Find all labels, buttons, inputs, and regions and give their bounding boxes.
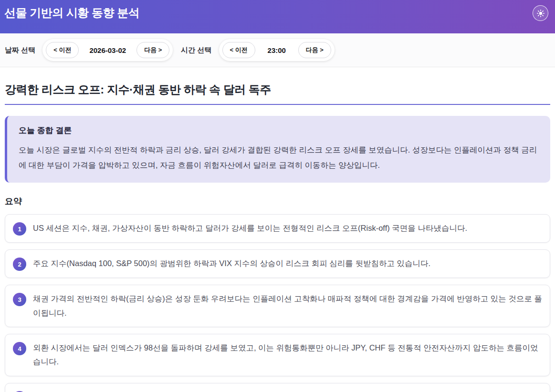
summary-list: 1 US 세션은 지수, 채권, 가상자산이 동반 하락하고 달러가 강세를 보…: [5, 214, 550, 392]
item-number-badge: 3: [13, 293, 26, 306]
summary-item-5: 5 전반적으로 펀더멘털 수급 요인보다는 리스크 회피에 따른 포지션 청산과…: [5, 383, 550, 392]
item-number-badge: 2: [13, 258, 26, 271]
page-title: 선물 기반의 시황 동향 분석: [4, 5, 139, 21]
date-time-toolbar: 날짜 선택 < 이전 2026-03-02 다음 > 시간 선택 < 이전 23…: [0, 33, 555, 67]
conclusion-body: 오늘 시장은 글로벌 지수의 전반적 하락과 금리 상승, 달러 강세가 결합된…: [19, 142, 540, 173]
report-headline: 강력한 리스크 오프: 지수·채권 동반 하락 속 달러 독주: [5, 82, 550, 105]
date-value: 2026-03-02: [79, 46, 136, 54]
date-prev-button[interactable]: < 이전: [46, 42, 79, 58]
summary-item-3: 3 채권 가격의 전반적인 하락(금리 상승)은 성장 둔화 우려보다는 인플레…: [5, 285, 550, 327]
summary-item-text: 전반적으로 펀더멘털 수급 요인보다는 리스크 회피에 따른 포지션 청산과 달…: [33, 390, 482, 392]
date-selector: < 이전 2026-03-02 다음 >: [42, 39, 173, 61]
theme-toggle-button[interactable]: [533, 5, 548, 21]
report-content: 강력한 리스크 오프: 지수·채권 동반 하락 속 달러 독주 오늘 종합 결론…: [0, 82, 555, 392]
conclusion-box: 오늘 종합 결론 오늘 시장은 글로벌 지수의 전반적 하락과 금리 상승, 달…: [5, 116, 550, 183]
summary-item-1: 1 US 세션은 지수, 채권, 가상자산이 동반 하락하고 달러가 강세를 보…: [5, 214, 550, 243]
summary-item-2: 2 주요 지수(Nasdaq 100, S&P 500)의 광범위한 하락과 V…: [5, 249, 550, 278]
summary-section-title: 요약: [5, 196, 550, 207]
conclusion-title: 오늘 종합 결론: [19, 125, 540, 136]
app-header: 선물 기반의 시황 동향 분석: [0, 0, 555, 33]
item-number-badge: 1: [13, 222, 26, 236]
summary-item-text: 채권 가격의 전반적인 하락(금리 상승)은 성장 둔화 우려보다는 인플레이션…: [33, 292, 542, 320]
item-number-badge: 4: [13, 342, 26, 355]
summary-item-4: 4 외환 시장에서는 달러 인덱스가 98선을 돌파하며 강세를 보였고, 이는…: [5, 334, 550, 376]
time-selector: < 이전 23:00 다음 >: [219, 39, 335, 61]
sun-icon: [537, 10, 545, 17]
time-value: 23:00: [255, 46, 298, 54]
time-next-button[interactable]: 다음 >: [298, 42, 331, 58]
summary-item-text: 주요 지수(Nasdaq 100, S&P 500)의 광범위한 하락과 VIX…: [33, 257, 430, 270]
time-prev-button[interactable]: < 이전: [222, 42, 255, 58]
time-select-label: 시간 선택: [181, 46, 211, 55]
date-next-button[interactable]: 다음 >: [136, 42, 169, 58]
summary-item-text: US 세션은 지수, 채권, 가상자산이 동반 하락하고 달러가 강세를 보이는…: [33, 221, 467, 235]
date-select-label: 날짜 선택: [5, 46, 35, 55]
summary-item-text: 외환 시장에서는 달러 인덱스가 98선을 돌파하며 강세를 보였고, 이는 위…: [33, 341, 542, 369]
